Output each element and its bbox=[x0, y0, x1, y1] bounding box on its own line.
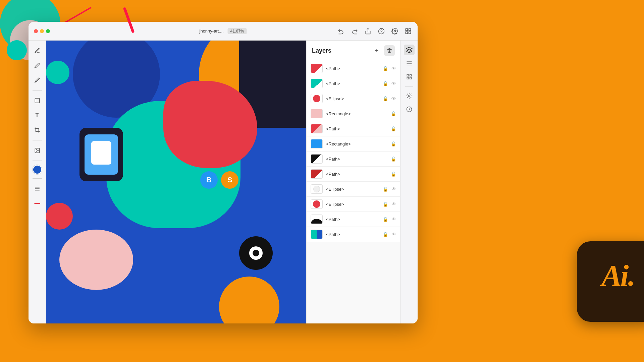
stroke-tool-button[interactable] bbox=[29, 195, 46, 212]
traffic-lights bbox=[34, 29, 50, 33]
layers-title: Layers bbox=[312, 47, 331, 54]
layer-name: <Ellipse> bbox=[326, 202, 379, 207]
layer-name: <Rectangle> bbox=[326, 141, 387, 146]
title-bar-center: jhonny-art.... 41.67% bbox=[200, 28, 247, 34]
layer-thumb bbox=[311, 94, 323, 103]
layer-thumb bbox=[311, 184, 323, 194]
svg-rect-20 bbox=[407, 77, 409, 79]
layer-item[interactable]: <Rectangle> 🔓 bbox=[307, 106, 400, 121]
lock-icon[interactable]: 🔓 bbox=[383, 81, 388, 86]
rectangle-tool-button[interactable] bbox=[31, 95, 43, 107]
ai-logo-text: A i bbox=[601, 261, 633, 303]
properties-panel-tab[interactable] bbox=[404, 58, 415, 69]
zoom-badge[interactable]: 41.67% bbox=[228, 28, 247, 34]
layers-panel-tab[interactable] bbox=[404, 45, 415, 55]
badge-s: S bbox=[221, 171, 238, 189]
lock-icon[interactable]: 🔓 bbox=[383, 66, 388, 71]
canvas-illustration: B S bbox=[46, 41, 306, 323]
layer-item[interactable]: <Ellipse> 🔓 👁 bbox=[307, 182, 400, 197]
ai-badge: A i bbox=[577, 241, 644, 322]
layer-item[interactable]: <Rectangle> 🔓 bbox=[307, 136, 400, 152]
eye-icon[interactable]: 👁 bbox=[391, 186, 396, 192]
badge-b: B bbox=[200, 171, 218, 189]
eye-icon[interactable]: 👁 bbox=[391, 232, 396, 237]
shape-pink-blob bbox=[59, 230, 133, 290]
svg-rect-7 bbox=[406, 32, 408, 34]
align-tool-button[interactable] bbox=[31, 183, 43, 195]
lock-icon[interactable]: 🔓 bbox=[391, 111, 396, 116]
layer-item[interactable]: <Path> 🔓 👁 bbox=[307, 76, 400, 91]
file-name: jhonny-art.... bbox=[200, 28, 224, 34]
brush-tool-button[interactable] bbox=[31, 74, 43, 86]
lock-icon[interactable]: 🔓 bbox=[391, 172, 396, 177]
content-area: T bbox=[29, 41, 418, 323]
layers-header: Layers + bbox=[307, 41, 400, 61]
toolbar-divider-1 bbox=[33, 90, 42, 90]
close-light[interactable] bbox=[34, 29, 38, 33]
help-button[interactable] bbox=[377, 27, 385, 35]
eye-icon[interactable]: 👁 bbox=[391, 201, 396, 207]
ai-letter-i: i bbox=[621, 261, 628, 291]
lock-icon[interactable]: 🔓 bbox=[383, 202, 388, 207]
lock-icon[interactable]: 🔓 bbox=[391, 141, 396, 146]
image-tool-button[interactable] bbox=[31, 144, 43, 157]
layer-name: <Path> bbox=[326, 232, 379, 237]
shape-red-small bbox=[46, 203, 73, 230]
layer-item[interactable]: <Ellipse> 🔓 👁 bbox=[307, 91, 400, 106]
layer-name: <Path> bbox=[326, 157, 387, 162]
pen-tool-button[interactable] bbox=[31, 45, 43, 57]
library-panel-tab[interactable] bbox=[404, 71, 415, 82]
layers-panel-icon[interactable] bbox=[384, 45, 395, 56]
layer-thumb bbox=[311, 199, 323, 209]
lock-icon[interactable]: 🔓 bbox=[391, 126, 396, 131]
layer-item[interactable]: <Path> 🔓 bbox=[307, 167, 400, 182]
toolbar-divider-4 bbox=[33, 178, 42, 179]
minimize-light[interactable] bbox=[40, 29, 44, 33]
type-tool-button[interactable]: T bbox=[31, 109, 43, 121]
lock-icon[interactable]: 🔓 bbox=[391, 157, 396, 162]
svg-rect-18 bbox=[407, 74, 409, 76]
lock-icon[interactable]: 🔓 bbox=[383, 96, 388, 101]
layer-item[interactable]: <Path> 🔓 bbox=[307, 121, 400, 136]
canvas-area[interactable]: B S bbox=[46, 41, 306, 323]
layer-name: <Rectangle> bbox=[326, 111, 387, 116]
lock-icon[interactable]: 🔓 bbox=[383, 217, 388, 222]
personas-button[interactable] bbox=[404, 27, 412, 35]
eye-icon[interactable]: 👁 bbox=[391, 66, 396, 71]
layer-name: <Path> bbox=[326, 126, 387, 131]
lock-icon[interactable]: 🔓 bbox=[383, 187, 388, 192]
effects-panel-tab[interactable] bbox=[404, 90, 415, 101]
svg-line-14 bbox=[34, 201, 40, 206]
layer-item[interactable]: <Ellipse> 🔓 👁 bbox=[307, 197, 400, 212]
share-button[interactable] bbox=[364, 27, 372, 35]
title-bar-right bbox=[337, 27, 412, 35]
toolbar-divider-3 bbox=[33, 161, 42, 161]
svg-rect-4 bbox=[406, 28, 408, 31]
app-window: jhonny-art.... 41.67% bbox=[29, 22, 418, 323]
eye-icon[interactable]: 👁 bbox=[391, 217, 396, 222]
pencil-tool-button[interactable] bbox=[31, 59, 43, 71]
layer-item[interactable]: <Path> 🔓 bbox=[307, 152, 400, 167]
layer-item[interactable]: <Path> 🔓 👁 bbox=[307, 212, 400, 227]
shape-black-circle bbox=[239, 236, 273, 270]
layer-thumb bbox=[311, 79, 323, 88]
crop-tool-button[interactable] bbox=[31, 124, 43, 136]
toolbar-divider-2 bbox=[33, 140, 42, 140]
eye-icon[interactable]: 👁 bbox=[391, 81, 396, 86]
undo-button[interactable] bbox=[337, 27, 345, 35]
layer-thumb bbox=[311, 109, 323, 118]
redo-button[interactable] bbox=[351, 27, 359, 35]
add-layer-button[interactable]: + bbox=[372, 46, 381, 55]
layer-item[interactable]: <Path> 🔓 👁 bbox=[307, 227, 400, 242]
lock-icon[interactable]: 🔓 bbox=[383, 232, 388, 237]
eye-icon[interactable]: 👁 bbox=[391, 96, 396, 101]
svg-point-3 bbox=[394, 30, 396, 32]
right-side-icons bbox=[400, 41, 418, 323]
left-toolbar: T bbox=[29, 41, 46, 323]
shape-teal-small bbox=[46, 61, 69, 84]
settings-button[interactable] bbox=[391, 27, 399, 35]
color-swatch[interactable] bbox=[33, 165, 42, 174]
layer-item[interactable]: <Path> 🔓 👁 bbox=[307, 61, 400, 76]
history-panel-tab[interactable] bbox=[404, 104, 415, 115]
maximize-light[interactable] bbox=[46, 29, 50, 33]
